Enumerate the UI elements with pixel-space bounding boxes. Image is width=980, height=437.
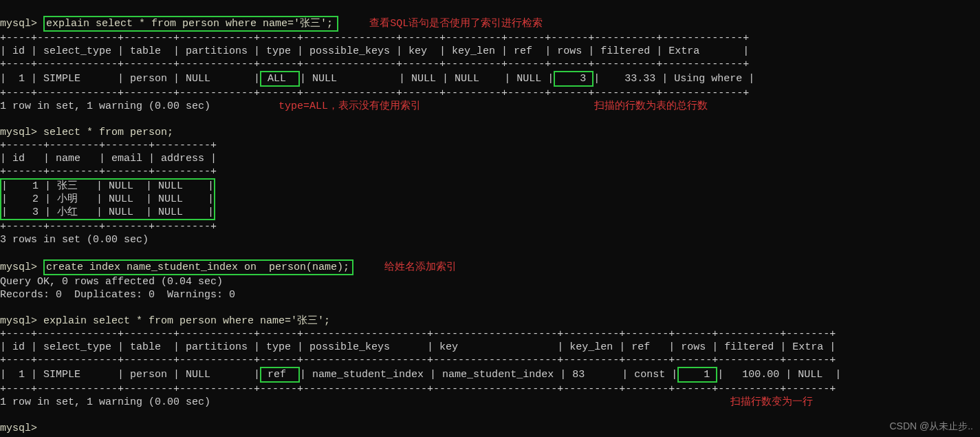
prompt: mysql> xyxy=(0,127,37,138)
annotation-add-index: 给姓名添加索引 xyxy=(384,262,457,273)
t1-type-cell: ALL xyxy=(260,71,300,87)
t3-rows-cell: 1 xyxy=(677,367,717,383)
t3-border-mid: +----+-------------+--------+-----------… xyxy=(0,354,836,366)
prompt: mysql> xyxy=(0,18,37,30)
t2-row-1: | 1 | 张三 | NULL | NULL | xyxy=(1,180,214,192)
rowset-2: 3 rows in set (0.00 sec) xyxy=(0,234,149,246)
watermark: CSDN @从未止步.. xyxy=(889,420,973,433)
t3-type-cell: ref xyxy=(260,367,300,383)
query-ok: Query OK, 0 rows affected (0.04 sec) xyxy=(0,276,223,288)
terminal[interactable]: mysql> explain select * from person wher… xyxy=(0,0,980,435)
prompt: mysql> xyxy=(0,262,37,273)
rowset-1: 1 row in set, 1 warning (0.00 sec) xyxy=(0,100,210,112)
cmd-create-index: create index name_student_index on perso… xyxy=(46,262,349,273)
t1-border-top: +----+-------------+--------+-----------… xyxy=(0,32,749,44)
t1-row-post: | 33.33 | Using where | xyxy=(594,73,754,85)
t1-row-pre: | 1 | SIMPLE | person | NULL | xyxy=(0,73,260,85)
t1-rows-cell: 3 xyxy=(554,71,594,87)
t1-border-mid: +----+-------------+--------+-----------… xyxy=(0,58,749,70)
annotation-rows-one: 扫描行数变为一行 xyxy=(730,396,813,408)
t3-row-mid: | name_student_index | name_student_inde… xyxy=(300,369,677,381)
t3-header: | id | select_type | table | partitions … xyxy=(0,341,836,353)
t3-border-top: +----+-------------+--------+-----------… xyxy=(0,328,836,340)
t3-row-pre: | 1 | SIMPLE | person | NULL | xyxy=(0,369,260,381)
cmd-explain-2: explain select * from person where name=… xyxy=(43,315,330,327)
cmd-select: select * from person; xyxy=(43,127,173,138)
cmd-explain-1: explain select * from person where name=… xyxy=(46,18,333,30)
t3-border-bot: +----+-------------+--------+-----------… xyxy=(0,383,836,395)
prompt: mysql> xyxy=(0,315,37,327)
t2-header: | id | name | email | address | xyxy=(0,153,217,164)
query-records: Records: 0 Duplicates: 0 Warnings: 0 xyxy=(0,289,235,301)
t2-border-top: +------+--------+-------+---------+ xyxy=(0,140,217,151)
annotation-rows-total: 扫描的行数为表的总行数 xyxy=(594,100,708,112)
t1-border-bot: +----+-------------+--------+-----------… xyxy=(0,87,749,99)
annotation-check-index: 查看SQL语句是否使用了索引进行检索 xyxy=(369,18,543,30)
t2-row-3: | 3 | 小红 | NULL | NULL | xyxy=(1,206,214,218)
t2-row-2: | 2 | 小明 | NULL | NULL | xyxy=(1,193,214,205)
t2-border-mid: +------+--------+-------+---------+ xyxy=(0,166,217,178)
t3-row-post: | 100.00 | NULL | xyxy=(717,369,841,381)
prompt-empty: mysql> xyxy=(0,423,37,434)
t1-row-mid: | NULL | NULL | NULL | NULL | xyxy=(300,73,554,85)
t1-header: | id | select_type | table | partitions … xyxy=(0,45,749,57)
annotation-type-all: type=ALL，表示没有使用索引 xyxy=(279,100,421,112)
rowset-3: 1 row in set, 1 warning (0.00 sec) xyxy=(0,396,210,408)
t2-border-bot: +------+--------+-------+---------+ xyxy=(0,221,217,233)
